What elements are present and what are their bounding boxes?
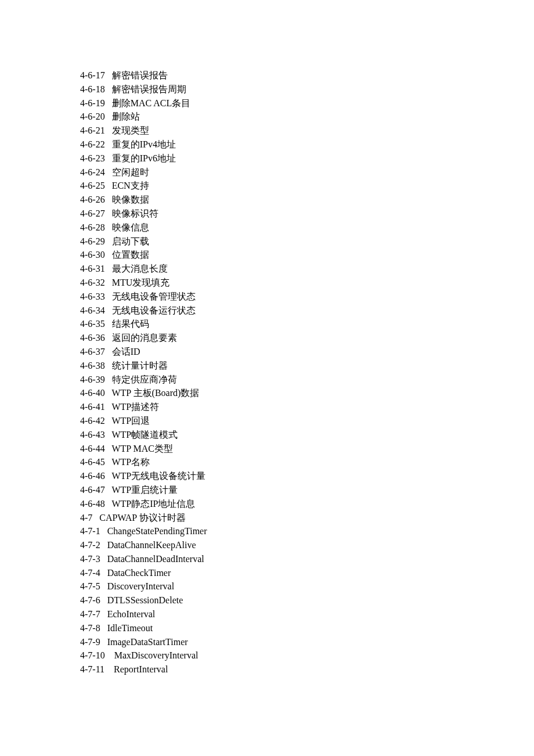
toc-entry: 4-7-11 ReportInterval [80, 663, 534, 676]
toc-entry-gap [105, 402, 112, 412]
toc-entry: 4-7-2 DataChannelKeepAlive [80, 538, 534, 552]
toc-entry: 4-6-34 无线电设备运行状态 [80, 304, 534, 318]
toc-entry-title: 删除站 [112, 111, 140, 121]
toc-entry-title: DataChannelKeepAlive [107, 540, 196, 550]
toc-entry-title: 解密错误报告周期 [112, 84, 186, 94]
toc-entry-number: 4-6-45 [80, 457, 105, 467]
toc-entry-title: 映像数据 [112, 195, 149, 204]
toc-entry-number: 4-7-10 [80, 650, 105, 660]
toc-entry-gap [105, 111, 112, 121]
toc-entry-gap [105, 84, 112, 94]
toc-entry: 4-6-41 WTP描述符 [80, 400, 534, 414]
toc-entry-number: 4-7-2 [80, 540, 100, 550]
toc-entry-title: DTLSSessionDelete [107, 595, 183, 605]
toc-entry-title: 重复的IPv6地址 [112, 153, 176, 163]
toc-entry-gap [105, 125, 112, 135]
toc-entry-gap [105, 195, 112, 204]
toc-entry-title: WTP重启统计量 [111, 485, 178, 495]
toc-entry-title: WTP MAC类型 [111, 444, 173, 453]
toc-entry-number: 4-6-33 [80, 291, 105, 301]
toc-entry-gap [105, 471, 112, 481]
toc-entry: 4-6-27 映像标识符 [80, 207, 534, 221]
toc-entry-gap [105, 333, 112, 343]
toc-entry-number: 4-6-47 [80, 485, 105, 495]
toc-entry-gap [105, 153, 112, 163]
toc-entry-gap [105, 319, 112, 329]
toc-entry-title: DataChannelDeadInterval [107, 554, 204, 564]
toc-entry-gap [105, 291, 112, 301]
toc-entry-number: 4-6-24 [80, 167, 105, 177]
toc-entry: 4-6-26 映像数据 [80, 193, 534, 207]
toc-entry-title: EchoInterval [107, 609, 156, 619]
toc-entry-title: WTP 主板(Board)数据 [111, 388, 199, 398]
toc-entry: 4-6-42 WTP回退 [80, 414, 534, 428]
toc-entry-gap [105, 416, 112, 426]
toc-entry-number: 4-6-39 [80, 375, 105, 384]
toc-entry-number: 4-6-44 [80, 444, 105, 453]
toc-entry: 4-6-22 重复的IPv4地址 [80, 138, 534, 152]
toc-entry-number: 4-7-1 [80, 526, 100, 536]
toc-entry-gap [105, 236, 112, 246]
toc-entry: 4-6-38 统计量计时器 [80, 359, 534, 373]
toc-entry-number: 4-6-40 [80, 388, 105, 398]
toc-entry-number: 4-7-8 [80, 623, 100, 633]
toc-entry: 4-6-37 会话ID [80, 345, 534, 359]
toc-entry-number: 4-6-17 [80, 70, 105, 80]
toc-entry-number: 4-7 [80, 513, 92, 523]
toc-entry-gap [100, 623, 107, 633]
toc-entry-title: IdleTimeout [107, 623, 153, 633]
toc-entry-number: 4-7-5 [80, 581, 100, 591]
toc-entry-number: 4-6-41 [80, 402, 105, 412]
toc-entry-gap [100, 540, 107, 550]
toc-entry-gap [100, 581, 107, 591]
toc-entry: 4-6-29 启动下载 [80, 235, 534, 249]
toc-entry-title: 空闲超时 [112, 167, 149, 177]
toc-entry: 4-7-5 DiscoveryInterval [80, 579, 534, 593]
toc-entry-number: 4-6-21 [80, 125, 105, 135]
toc-entry-title: 位置数据 [112, 250, 149, 260]
toc-entry-gap [105, 208, 112, 218]
toc-entry-number: 4-6-29 [80, 236, 105, 246]
toc-entry-gap [105, 347, 112, 357]
toc-entry: 4-7-7 EchoInterval [80, 607, 534, 621]
toc-entry-title: WTP描述符 [111, 402, 159, 412]
toc-entry-title: 返回的消息要素 [112, 333, 177, 343]
toc-entry-number: 4-6-30 [80, 250, 105, 260]
toc-entry-title: 最大消息长度 [112, 264, 168, 273]
toc-entry-gap [105, 278, 112, 287]
toc-entry-gap [105, 139, 112, 149]
toc-entry-gap [105, 361, 112, 370]
toc-entry-gap [100, 526, 107, 536]
toc-entry-title: WTP回退 [111, 416, 150, 426]
toc-entry: 4-7-1 ChangeStatePendingTimer [80, 524, 534, 538]
toc-entry-gap [105, 444, 112, 453]
toc-entry-gap [105, 98, 112, 108]
toc-entry: 4-6-40 WTP 主板(Board)数据 [80, 386, 534, 400]
toc-entry-number: 4-6-28 [80, 222, 105, 232]
toc-entry-title: DataCheckTimer [107, 568, 171, 578]
toc-entry-title: 会话ID [112, 347, 140, 357]
toc-entry-gap [100, 637, 107, 647]
toc-entry-title: 映像标识符 [112, 208, 158, 218]
toc-entry-title: 结果代码 [112, 319, 149, 329]
toc-entry-title: ReportInterval [114, 664, 168, 674]
toc-entry-gap [105, 222, 112, 232]
toc-entry: 4-6-32 MTU发现填充 [80, 276, 534, 290]
toc-entry: 4-6-28 映像信息 [80, 221, 534, 235]
toc-entry: 4-6-30 位置数据 [80, 248, 534, 262]
toc-entry: 4-7-3 DataChannelDeadInterval [80, 552, 534, 566]
toc-entry: 4-7-6 DTLSSessionDelete [80, 593, 534, 607]
toc-entry-title: 解密错误报告 [112, 70, 168, 80]
toc-entry-title: 特定供应商净荷 [112, 375, 177, 384]
toc-entry-title: 无线电设备运行状态 [112, 305, 196, 315]
toc-entry-gap [100, 609, 107, 619]
toc-entry-number: 4-6-32 [80, 278, 105, 287]
toc-entry-title: WTP无线电设备统计量 [111, 471, 205, 481]
toc-entry-title: 发现类型 [112, 125, 149, 135]
toc-entry-gap [100, 568, 107, 578]
toc-entry-number: 4-6-22 [80, 139, 105, 149]
toc-entry-number: 4-6-26 [80, 195, 105, 204]
toc-entry-title: WTP静态IP地址信息 [111, 499, 195, 509]
toc-entry: 4-6-35 结果代码 [80, 317, 534, 331]
toc-entry-title: ImageDataStartTimer [107, 637, 188, 647]
